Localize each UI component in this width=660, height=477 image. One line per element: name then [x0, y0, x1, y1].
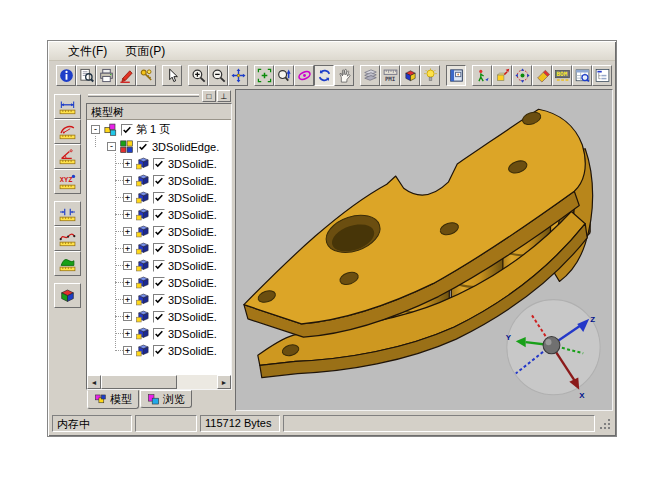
- info-button[interactable]: [56, 65, 76, 86]
- panel-gripper[interactable]: [88, 94, 199, 97]
- pmi-button[interactable]: [380, 65, 400, 86]
- visibility-checkbox[interactable]: [153, 260, 165, 272]
- preview-icon: [79, 68, 94, 83]
- expand-icon[interactable]: +: [123, 159, 132, 168]
- bom-button[interactable]: [552, 65, 572, 86]
- pan-button[interactable]: [228, 65, 248, 86]
- select-cursor-icon: [165, 68, 180, 83]
- walkthrough-button[interactable]: [472, 65, 492, 86]
- measure-gap-button[interactable]: [54, 201, 81, 226]
- panel-toggle-icon: [449, 68, 464, 83]
- collapse-icon[interactable]: -: [107, 142, 116, 151]
- layers-button[interactable]: [360, 65, 380, 86]
- tree-item-assembly[interactable]: - 3DSolidEdge.: [87, 138, 231, 155]
- tree-item[interactable]: + 3DSolidE.: [87, 291, 231, 308]
- tree-item[interactable]: + 3DSolidE.: [87, 172, 231, 189]
- tree-item[interactable]: + 3DSolidE.: [87, 206, 231, 223]
- visibility-checkbox[interactable]: [153, 209, 165, 221]
- tree-item[interactable]: + 3DSolidE.: [87, 274, 231, 291]
- move-part-button[interactable]: [492, 65, 512, 86]
- visibility-checkbox[interactable]: [153, 243, 165, 255]
- expand-icon[interactable]: +: [123, 346, 132, 355]
- hand-button[interactable]: [334, 65, 354, 86]
- table-find-button[interactable]: [572, 65, 592, 86]
- tree-horizontal-scrollbar[interactable]: ◄ ►: [87, 375, 231, 389]
- tree-item[interactable]: + 3DSolidE.: [87, 189, 231, 206]
- tree-item-page[interactable]: - 第 1 页: [87, 121, 231, 138]
- tree-item[interactable]: + 3DSolidE.: [87, 257, 231, 274]
- spin-button[interactable]: [314, 65, 334, 86]
- zoom-in-button[interactable]: [188, 65, 208, 86]
- orientation-triad[interactable]: Z X Y: [506, 300, 600, 400]
- visibility-checkbox[interactable]: [153, 345, 165, 357]
- tree-item[interactable]: + 3DSolidE.: [87, 240, 231, 257]
- markup-button[interactable]: [116, 65, 136, 86]
- expand-icon[interactable]: +: [123, 295, 132, 304]
- tree-item[interactable]: + 3DSolidE.: [87, 155, 231, 172]
- tab-model[interactable]: 模型: [87, 390, 139, 409]
- expand-icon[interactable]: +: [123, 210, 132, 219]
- menu-file[interactable]: 文件(F): [59, 42, 116, 61]
- expand-icon[interactable]: +: [123, 193, 132, 202]
- zoom-select-button[interactable]: [274, 65, 294, 86]
- zoom-out-button[interactable]: [208, 65, 228, 86]
- erase-button[interactable]: [532, 65, 552, 86]
- measure-length-button[interactable]: [54, 94, 81, 119]
- measure-angle-button[interactable]: [54, 144, 81, 169]
- panel-hide-button[interactable]: ⊥: [217, 90, 231, 102]
- permissions-button[interactable]: [136, 65, 156, 86]
- material-button[interactable]: [400, 65, 420, 86]
- visibility-checkbox[interactable]: [153, 158, 165, 170]
- tree-item[interactable]: + 3DSolidE.: [87, 223, 231, 240]
- expand-icon[interactable]: +: [123, 244, 132, 253]
- orbit-button[interactable]: [294, 65, 314, 86]
- visibility-checkbox[interactable]: [153, 311, 165, 323]
- measure-radius-button[interactable]: [54, 119, 81, 144]
- status-bar: 内存中115712 Bytes: [49, 413, 615, 434]
- scrollbar-track[interactable]: [101, 375, 217, 389]
- collapse-icon[interactable]: -: [91, 125, 100, 134]
- select-button[interactable]: [162, 65, 182, 86]
- print-button[interactable]: [96, 65, 116, 86]
- scene-canvas[interactable]: Z X Y: [236, 90, 612, 410]
- visibility-checkbox[interactable]: [137, 141, 149, 153]
- tree-item[interactable]: + 3DSolidE.: [87, 342, 231, 359]
- visibility-checkbox[interactable]: [153, 192, 165, 204]
- tree-item-label: 3DSolidE.: [168, 175, 217, 187]
- visibility-checkbox[interactable]: [153, 328, 165, 340]
- expand-icon[interactable]: +: [123, 278, 132, 287]
- visibility-checkbox[interactable]: [121, 124, 133, 136]
- viewport-3d[interactable]: Z X Y: [235, 89, 613, 411]
- tree-item-label: 第 1 页: [136, 122, 170, 137]
- expand-icon[interactable]: +: [123, 227, 132, 236]
- part-cube-icon: [135, 275, 150, 290]
- measure-area-button[interactable]: [54, 251, 81, 276]
- scroll-left-button[interactable]: ◄: [87, 375, 101, 389]
- panel-toggle-button[interactable]: [446, 65, 466, 86]
- light-button[interactable]: [420, 65, 440, 86]
- measure-curve-button[interactable]: [54, 226, 81, 251]
- preview-button[interactable]: [76, 65, 96, 86]
- zoom-window-button[interactable]: [254, 65, 274, 86]
- visibility-checkbox[interactable]: [153, 226, 165, 238]
- expand-icon[interactable]: +: [123, 312, 132, 321]
- tree-item[interactable]: + 3DSolidE.: [87, 308, 231, 325]
- scroll-right-button[interactable]: ►: [217, 375, 231, 389]
- expand-icon[interactable]: +: [123, 176, 132, 185]
- view-cube-button[interactable]: [54, 283, 81, 308]
- resize-grip[interactable]: [598, 417, 612, 431]
- visibility-checkbox[interactable]: [153, 294, 165, 306]
- expand-icon[interactable]: +: [123, 329, 132, 338]
- scrollbar-thumb[interactable]: [101, 375, 177, 389]
- tree-item[interactable]: + 3DSolidE.: [87, 325, 231, 342]
- zoom-window-icon: [257, 68, 272, 83]
- visibility-checkbox[interactable]: [153, 175, 165, 187]
- rotate-part-button[interactable]: [512, 65, 532, 86]
- measure-xyz-button[interactable]: [54, 169, 81, 194]
- expand-icon[interactable]: +: [123, 261, 132, 270]
- menu-page[interactable]: 页面(P): [116, 42, 174, 61]
- visibility-checkbox[interactable]: [153, 277, 165, 289]
- tab-browse[interactable]: 浏览: [140, 390, 192, 408]
- panel-float-button[interactable]: □: [202, 90, 216, 102]
- tree-view-button[interactable]: [592, 65, 612, 86]
